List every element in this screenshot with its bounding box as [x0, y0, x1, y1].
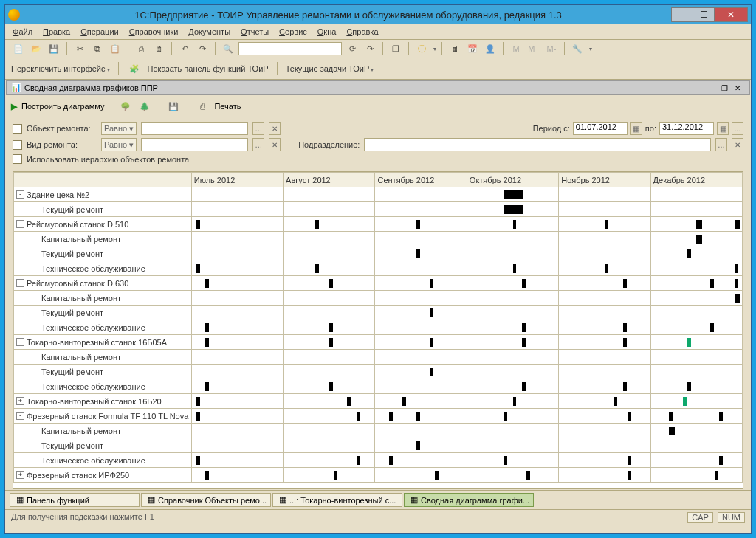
search-icon[interactable]: 🔍: [221, 41, 236, 56]
row-label[interactable]: Текущий ремонт: [41, 205, 103, 214]
search-input[interactable]: [238, 42, 342, 55]
redo-icon[interactable]: ↷: [195, 41, 210, 56]
mplus-icon[interactable]: M+: [526, 41, 541, 56]
task-tab[interactable]: ▦Сводная диаграмма графи...: [404, 493, 534, 507]
mminus-icon[interactable]: M-: [544, 41, 559, 56]
row-label[interactable]: Техническое обслуживание: [41, 456, 145, 465]
task-tab[interactable]: ▦Панель функций: [10, 493, 140, 507]
row-label[interactable]: Текущий ремонт: [41, 441, 103, 450]
menu-правка[interactable]: Правка: [43, 27, 70, 36]
new-icon[interactable]: 📄: [11, 41, 26, 56]
period-to-cal-button[interactable]: ▦: [717, 122, 729, 135]
menu-операции[interactable]: Операции: [80, 27, 118, 36]
paste-icon[interactable]: 📋: [108, 41, 123, 56]
expand-toggle[interactable]: -: [16, 279, 24, 287]
save-report-icon[interactable]: 💾: [166, 99, 181, 114]
m-icon[interactable]: M: [509, 41, 523, 56]
row-label[interactable]: Капитальный ремонт: [41, 427, 121, 435]
type-input[interactable]: [141, 138, 248, 151]
type-clear-button[interactable]: ✕: [269, 138, 281, 151]
menu-файл[interactable]: Файл: [13, 27, 32, 36]
row-label[interactable]: Техническое обслуживание: [41, 264, 145, 273]
div-clear-button[interactable]: ✕: [732, 138, 743, 151]
menu-документы[interactable]: Документы: [188, 27, 230, 36]
row-label[interactable]: Капитальный ремонт: [41, 235, 121, 244]
row-label[interactable]: Фрезерный станок Formula TF 110 TL Nova: [27, 412, 188, 421]
menu-сервис[interactable]: Сервис: [279, 27, 307, 36]
build-chart-button[interactable]: Построить диаграмму: [21, 102, 104, 111]
refresh-icon[interactable]: ⟳: [345, 41, 360, 56]
div-input[interactable]: [364, 138, 711, 151]
obj-clear-button[interactable]: ✕: [269, 122, 281, 135]
cut-icon[interactable]: ✂: [72, 41, 87, 56]
row-label[interactable]: Рейсмусовый станок D 630: [27, 279, 128, 288]
print-report-icon[interactable]: [195, 99, 210, 114]
nav-icon[interactable]: ↷: [362, 41, 377, 56]
period-to-input[interactable]: 31.12.2012: [659, 122, 714, 135]
obj-op-combo[interactable]: Равно ▾: [101, 122, 137, 135]
open-icon[interactable]: 📂: [29, 41, 44, 56]
row-label[interactable]: Токарно-винторезный станок 16Б05А: [27, 338, 167, 347]
type-op-combo[interactable]: Равно ▾: [101, 138, 137, 151]
menu-справка[interactable]: Справка: [346, 27, 378, 36]
obj-input[interactable]: [141, 122, 248, 135]
row-label[interactable]: Фрезерный станок ИРФ250: [27, 471, 129, 480]
save-icon[interactable]: 💾: [47, 41, 61, 56]
row-label[interactable]: Рейсмусовый станок D 510: [27, 220, 128, 229]
menu-окна[interactable]: Окна: [317, 27, 337, 36]
tree-expand-icon[interactable]: 🌳: [118, 99, 133, 114]
copy-icon[interactable]: ⧉: [90, 41, 105, 56]
wrench-icon[interactable]: 🔧: [570, 41, 585, 56]
show-panel-icon[interactable]: 🧩: [127, 61, 142, 76]
row-label[interactable]: Текущий ремонт: [41, 308, 103, 317]
task-tab[interactable]: ▦Справочник Объекты ремо...: [141, 493, 271, 507]
switch-interface-link[interactable]: Переключить интерфейс▾: [11, 64, 110, 73]
undo-icon[interactable]: ↶: [177, 41, 192, 56]
expand-toggle[interactable]: -: [16, 190, 24, 199]
subbar: Переключить интерфейс▾ 🧩 Показать панель…: [5, 58, 751, 80]
expand-toggle[interactable]: +: [16, 397, 24, 405]
row-label[interactable]: Текущий ремонт: [41, 249, 103, 258]
user-icon[interactable]: 👤: [483, 41, 498, 56]
print-icon[interactable]: ⎙: [134, 41, 148, 56]
div-select-button[interactable]: …: [715, 138, 727, 151]
period-select-button[interactable]: …: [732, 122, 743, 135]
type-checkbox[interactable]: [13, 140, 22, 150]
expand-toggle[interactable]: -: [16, 220, 24, 228]
row-label[interactable]: Техническое обслуживание: [41, 323, 145, 332]
calendar-icon[interactable]: 📅: [465, 41, 480, 56]
tree-collapse-icon[interactable]: 🌲: [137, 99, 152, 114]
expand-toggle[interactable]: -: [16, 412, 24, 420]
current-tasks-link[interactable]: Текущие задачи ТОиР▾: [286, 64, 374, 73]
maximize-button[interactable]: ☐: [693, 7, 715, 22]
calc-icon[interactable]: 🖩: [447, 41, 462, 56]
period-from-input[interactable]: 01.07.2012: [573, 122, 628, 135]
period-from-cal-button[interactable]: ▦: [630, 122, 642, 135]
gantt-grid[interactable]: Июль 2012Август 2012Сентябрь 2012Октябрь…: [13, 171, 743, 489]
info-icon[interactable]: ⓘ: [414, 41, 429, 56]
row-label[interactable]: Токарно-винторезный станок 16Б20: [27, 397, 162, 406]
menu-справочники[interactable]: Справочники: [129, 27, 179, 36]
show-panel-link[interactable]: Показать панель функций ТОиР: [148, 64, 269, 73]
hierarchy-checkbox[interactable]: [13, 154, 22, 164]
doc-minimize-button[interactable]: —: [708, 84, 718, 92]
menu-отчеты[interactable]: Отчеты: [241, 27, 269, 36]
row-label[interactable]: Капитальный ремонт: [41, 353, 121, 362]
type-select-button[interactable]: …: [252, 138, 264, 151]
doc-close-button[interactable]: ✕: [735, 84, 745, 92]
expand-toggle[interactable]: +: [16, 471, 24, 479]
print-button[interactable]: Печать: [214, 102, 241, 111]
close-button[interactable]: ✕: [714, 7, 748, 22]
row-label[interactable]: Капитальный ремонт: [41, 294, 121, 303]
row-label[interactable]: Текущий ремонт: [41, 368, 103, 376]
preview-icon[interactable]: 🗎: [151, 41, 166, 56]
doc-restore-button[interactable]: ❐: [721, 84, 732, 92]
obj-checkbox[interactable]: [13, 124, 22, 134]
minimize-button[interactable]: —: [671, 7, 693, 22]
obj-select-button[interactable]: …: [252, 122, 264, 135]
task-tab[interactable]: ▦...: Токарно-винторезный с...: [272, 493, 402, 507]
row-label[interactable]: Здание цеха №2: [27, 190, 89, 199]
expand-toggle[interactable]: -: [16, 338, 24, 346]
windows-icon[interactable]: ❐: [388, 41, 403, 56]
row-label[interactable]: Техническое обслуживание: [41, 382, 145, 391]
